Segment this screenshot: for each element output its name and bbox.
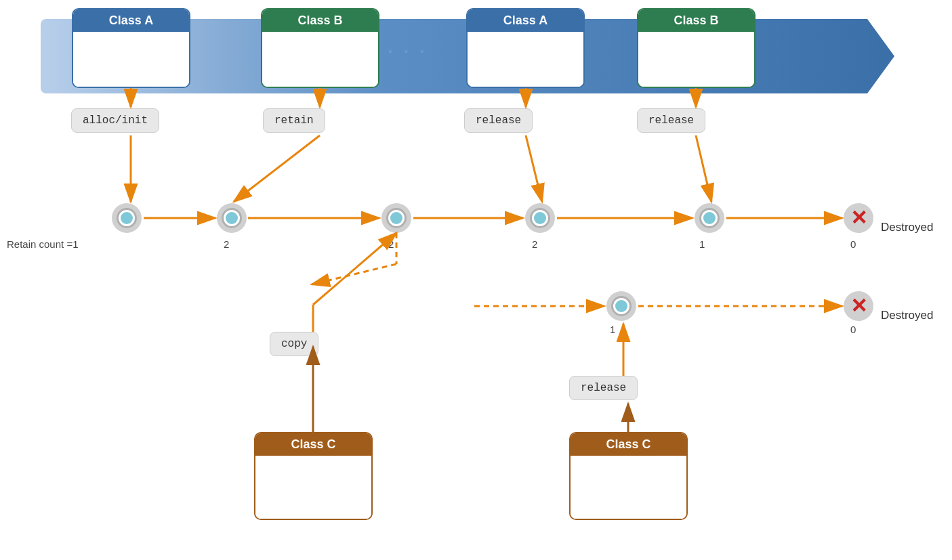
count-label-0b: 0 bbox=[850, 324, 856, 335]
destroyed-x-1: ✕ bbox=[850, 208, 867, 228]
class-c1-header: Class C bbox=[255, 433, 371, 456]
class-a2-body bbox=[468, 32, 583, 87]
arrow-rel2-down2 bbox=[696, 135, 711, 202]
destroyed-label-2: Destroyed bbox=[881, 309, 933, 322]
rc-circle-3-dot bbox=[390, 212, 402, 224]
class-b2-body bbox=[638, 32, 754, 87]
arrow-copy-up2 bbox=[313, 233, 396, 305]
class-box-b2: Class B bbox=[637, 8, 756, 88]
rc-circle-5 bbox=[695, 203, 724, 233]
class-a1-body bbox=[73, 32, 189, 87]
rc-circle-2-dot bbox=[226, 212, 238, 224]
class-c2-body bbox=[571, 456, 686, 519]
rc-circle-destroyed-1: ✕ bbox=[844, 203, 873, 233]
class-box-b1: Class B bbox=[261, 8, 379, 88]
count-label-0a: 0 bbox=[850, 238, 856, 250]
rc-circle-2-inner bbox=[222, 208, 242, 228]
arrow-copy-diagonal bbox=[312, 264, 396, 284]
method-alloc: alloc/init bbox=[71, 108, 159, 133]
method-release3: release bbox=[569, 376, 638, 400]
count-label-2c: 2 bbox=[532, 238, 537, 250]
rc-circle-copy-1 bbox=[606, 291, 636, 321]
class-b1-header: Class B bbox=[262, 9, 378, 32]
class-b1-body bbox=[262, 32, 378, 87]
rc-circle-4 bbox=[525, 203, 555, 233]
method-copy: copy bbox=[270, 332, 318, 356]
diagram: · · · Class A Class B Class A Class B Cl… bbox=[0, 0, 952, 560]
class-box-c2: Class C bbox=[569, 432, 688, 520]
destroyed-label-1: Destroyed bbox=[881, 221, 933, 234]
count-label-2b: 2 bbox=[388, 238, 394, 250]
rc-circle-2 bbox=[217, 203, 247, 233]
rc-circle-3 bbox=[381, 203, 411, 233]
rc-circle-copy-1-dot bbox=[615, 300, 627, 312]
rc-circle-5-dot bbox=[703, 212, 716, 224]
rc-circle-3-inner bbox=[386, 208, 407, 228]
count-label-rc1: Retain count =1 bbox=[7, 238, 79, 250]
arrow-rel1-down2 bbox=[526, 135, 542, 202]
class-box-c1: Class C bbox=[254, 432, 373, 520]
class-b2-header: Class B bbox=[638, 9, 754, 32]
rc-circle-destroyed-2: ✕ bbox=[844, 291, 873, 321]
destroyed-x-2: ✕ bbox=[850, 296, 867, 316]
method-release1: release bbox=[464, 108, 533, 133]
method-release2: release bbox=[637, 108, 705, 133]
count-label-2a: 2 bbox=[224, 238, 229, 250]
class-c1-body bbox=[255, 456, 371, 519]
class-c2-header: Class C bbox=[571, 433, 686, 456]
rc-circle-1-dot bbox=[121, 212, 133, 224]
arrow-retain-down2 bbox=[234, 135, 320, 202]
rc-circle-1 bbox=[112, 203, 142, 233]
timeline-dots: · · · bbox=[388, 41, 428, 62]
count-label-1b: 1 bbox=[610, 324, 615, 335]
class-box-a2: Class A bbox=[466, 8, 585, 88]
rc-circle-4-dot bbox=[534, 212, 546, 224]
rc-circle-5-inner bbox=[699, 208, 720, 228]
class-a2-header: Class A bbox=[468, 9, 583, 32]
rc-circle-4-inner bbox=[530, 208, 550, 228]
class-box-a1: Class A bbox=[72, 8, 190, 88]
rc-circle-copy-1-inner bbox=[611, 296, 632, 316]
count-label-1a: 1 bbox=[699, 238, 705, 250]
rc-circle-1-inner bbox=[117, 208, 137, 228]
class-a1-header: Class A bbox=[73, 9, 189, 32]
method-retain: retain bbox=[263, 108, 325, 133]
